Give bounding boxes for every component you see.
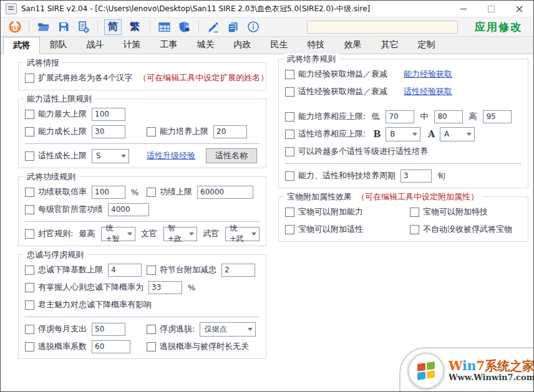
ability-max-limit-label: 能力最大上限 <box>38 108 87 120</box>
ability-growth-limit-value[interactable]: 30 <box>92 125 125 138</box>
ability-cap-mid-value[interactable]: 80 <box>434 110 463 123</box>
app-window: San11 SIRE v2.04 - [C:\Users\lenovo\Desk… <box>0 0 534 392</box>
separator <box>25 143 260 144</box>
aptitude-growth-limit-select[interactable]: S <box>92 149 129 163</box>
edit-button[interactable] <box>205 19 221 34</box>
merit-limit-value[interactable]: 60000 <box>197 186 253 199</box>
captive-monthly-expense-value[interactable]: 50 <box>92 323 125 336</box>
no-auto-confiscate-treasure-checkbox[interactable] <box>410 225 419 234</box>
tab-stratagem[interactable]: 计策 <box>114 36 150 54</box>
appointment-civil-select-chevron-down-icon <box>189 232 194 236</box>
tab-effects[interactable]: 效果 <box>334 36 371 54</box>
cross-grade-aptitude-training-checkbox[interactable] <box>285 147 294 156</box>
maximize-button[interactable] <box>477 1 505 17</box>
ability-training-caps-checkbox[interactable] <box>285 112 294 122</box>
aptitude-exp-gain-modifier-checkbox[interactable] <box>285 87 294 97</box>
simplified-chinese-button[interactable]: 简 <box>104 19 122 35</box>
form-row: 逃脱概率系数60逃脱概率与被俘时长无关 <box>25 338 260 355</box>
ability-exp-gain-link[interactable]: 能力经验获取 <box>404 69 452 80</box>
treasure-add-aptitude-checkbox[interactable] <box>285 225 294 234</box>
ability-cap-low-value[interactable]: 70 <box>386 110 414 123</box>
mind-grasp-loyalty-rate-checkbox[interactable] <box>25 283 34 292</box>
traditional-chinese-button[interactable]: 繁 <box>126 19 143 35</box>
tab-construction[interactable]: 工事 <box>150 36 187 54</box>
tab-domestic[interactable]: 内政 <box>224 36 261 54</box>
form-row: 能力、适性和特技培养周期3旬 <box>285 167 522 184</box>
form-row: 君主魅力对忠诚下降概率有影响 <box>25 296 260 313</box>
form-col: 宝物可以附加特技 <box>410 206 488 218</box>
training-cycle-value[interactable]: 3 <box>400 170 432 183</box>
tab-civil[interactable]: 民生 <box>261 36 298 54</box>
table-view-button[interactable] <box>157 19 172 34</box>
token-platform-loyalty-drop-value[interactable]: 2 <box>221 264 255 277</box>
aptitude-cap-b-select[interactable]: B <box>386 127 420 141</box>
tab-officers[interactable]: 武将 <box>3 37 40 54</box>
group-note-treasure-attribute-effects: （可在编辑工具中设定附加属性） <box>357 191 478 203</box>
escape-duration-unrelated-checkbox[interactable] <box>147 342 156 351</box>
escape-probability-factor-checkbox[interactable] <box>25 342 34 351</box>
aptitude-growth-limit-checkbox[interactable] <box>25 151 34 161</box>
treasure-add-skill-checkbox[interactable] <box>410 208 419 217</box>
captive-monthly-expense-checkbox[interactable] <box>25 325 34 334</box>
merit-limit-checkbox[interactable] <box>147 188 156 197</box>
open-file-button[interactable] <box>36 19 51 34</box>
command-input[interactable] <box>307 21 458 34</box>
appointment-rules-label: 封官规则: <box>38 228 73 239</box>
copy-button[interactable] <box>225 19 241 34</box>
ability-cap-high-value[interactable]: 95 <box>483 110 512 123</box>
group-officer-info: 武将情报扩展武将姓名为各4个汉字（可在编辑工具中设定扩展的姓名） <box>18 62 266 90</box>
ability-growth-limit-checkbox[interactable] <box>25 127 34 136</box>
script-settings-button[interactable] <box>75 19 91 34</box>
token-platform-loyalty-drop-checkbox[interactable] <box>147 265 156 275</box>
appointment-top-select[interactable]: 统+智 <box>101 227 135 241</box>
about-button[interactable] <box>245 19 261 34</box>
aptitude-exp-gain-link[interactable]: 适性经验获取 <box>404 86 452 97</box>
ability-training-limit-value[interactable]: 20 <box>213 125 247 138</box>
captive-escape-select[interactable]: 仅据点 <box>200 322 256 337</box>
aptitude-training-caps-checkbox[interactable] <box>285 130 294 139</box>
window-title: San11 SIRE v2.04 - [C:\Users\lenovo\Desk… <box>21 4 370 14</box>
appointment-rules-checkbox[interactable] <box>25 229 34 239</box>
tab-battle[interactable]: 战斗 <box>77 36 114 54</box>
ability-max-limit-checkbox[interactable] <box>25 110 34 119</box>
merit-gain-rate-value[interactable]: 100 <box>92 186 125 199</box>
merit-per-rank-checkbox[interactable] <box>25 205 34 214</box>
ability-exp-gain-modifier-checkbox[interactable] <box>285 70 294 79</box>
ability-max-limit-value[interactable]: 100 <box>92 108 125 121</box>
save-button[interactable] <box>56 19 71 34</box>
close-button[interactable] <box>505 1 533 17</box>
appointment-civil-select[interactable]: 智+政 <box>163 227 198 241</box>
minimize-button[interactable] <box>449 1 477 17</box>
escape-probability-factor-value[interactable]: 60 <box>92 340 130 353</box>
training-cycle-checkbox[interactable] <box>285 171 294 181</box>
aptitude-upgrade-exp-link[interactable]: 适性升级经验 <box>147 150 195 161</box>
loyalty-drop-base-limit-checkbox[interactable] <box>25 265 34 275</box>
ability-training-limit-checkbox[interactable] <box>147 127 156 136</box>
mind-grasp-loyalty-rate-value[interactable]: 33 <box>148 281 182 294</box>
tab-custom[interactable]: 定制 <box>408 36 445 54</box>
app-logo-button[interactable]: 311 <box>7 19 22 34</box>
treasure-add-ability-checkbox[interactable] <box>285 208 294 217</box>
merit-per-rank-value[interactable]: 4000 <box>108 203 149 216</box>
aptitude-cap-a-select[interactable]: A <box>440 127 475 141</box>
watermark-url: Www.Winwin7.com <box>449 373 534 383</box>
shield-lock-button[interactable] <box>177 19 192 34</box>
merit-gain-rate-label: 功绩获取倍率 <box>38 186 87 198</box>
tab-skills[interactable]: 特技 <box>298 36 334 54</box>
loyalty-drop-base-limit-value[interactable]: 4 <box>108 264 142 277</box>
tab-others[interactable]: 其它 <box>371 36 408 54</box>
aptitude-names-button[interactable]: 适性名称 <box>206 148 257 163</box>
ruler-charisma-affects-loyalty-checkbox[interactable] <box>25 300 34 310</box>
tab-city-gate[interactable]: 城关 <box>187 36 224 54</box>
tab-troops[interactable]: 部队 <box>40 36 77 54</box>
mind-grasp-loyalty-rate-field: 有掌握人心则忠诚下降概率为 <box>25 282 143 293</box>
expand-officer-names-checkbox[interactable] <box>25 74 34 83</box>
expand-officer-names-note: （可在编辑工具中设定扩展的姓名） <box>138 72 268 84</box>
apply-changes-button[interactable]: 应用修改 <box>471 19 526 35</box>
captive-escape-checkbox[interactable] <box>147 325 156 334</box>
aptitude-growth-limit-label: 适性成长上限 <box>38 150 87 161</box>
appointment-military-select[interactable]: 统+武 <box>225 227 260 241</box>
form-col: 能力经验获取 <box>404 69 452 80</box>
form-row: 宝物可以附加能力宝物可以附加特技 <box>285 203 522 221</box>
merit-gain-rate-checkbox[interactable] <box>25 188 34 197</box>
